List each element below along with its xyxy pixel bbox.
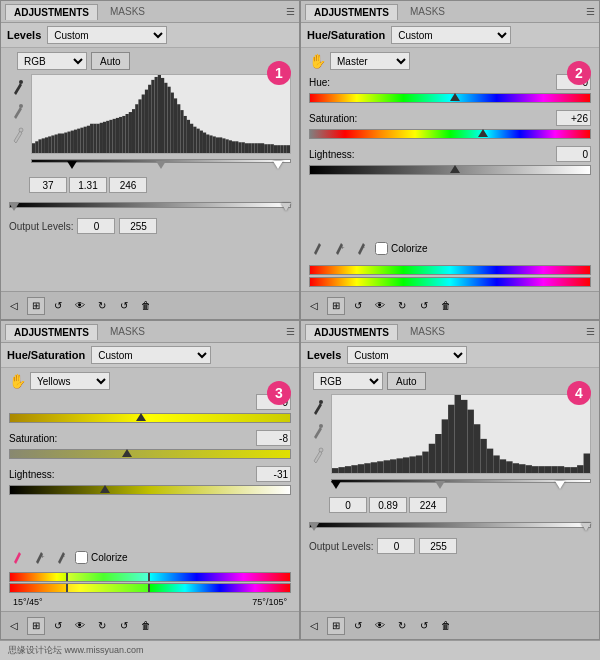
panel2-menu[interactable]: ☰	[586, 6, 595, 17]
panel4-tool-back[interactable]: ◁	[305, 617, 323, 635]
tab-adjustments-1[interactable]: ADJUSTMENTS	[5, 4, 98, 20]
panel3-hue-slider[interactable]	[9, 413, 291, 423]
eyedrop-black-icon[interactable]	[9, 78, 27, 96]
panel2-eyedrop3[interactable]: -	[353, 239, 371, 257]
panel1-tool-reset[interactable]: ↺	[49, 297, 67, 315]
panel4-input-mid[interactable]	[369, 497, 407, 513]
panel1-auto-btn[interactable]: Auto	[91, 52, 130, 70]
svg-text:-: -	[63, 553, 65, 559]
panel4-auto-btn[interactable]: Auto	[387, 372, 426, 390]
panel2-eyedrop2[interactable]: +	[331, 239, 349, 257]
svg-rect-28	[113, 119, 116, 153]
p4-eyedrop-white[interactable]	[309, 446, 327, 464]
svg-rect-77	[271, 144, 274, 153]
svg-rect-16	[74, 130, 77, 153]
panel1-tool-rotate2[interactable]: ↺	[115, 297, 133, 315]
panel3-light-slider[interactable]	[9, 485, 291, 495]
panel4-tool-reset[interactable]: ↺	[349, 617, 367, 635]
svg-rect-68	[242, 142, 245, 153]
tab-adjustments-2[interactable]: ADJUSTMENTS	[305, 4, 398, 20]
panel2-tool-back[interactable]: ◁	[305, 297, 323, 315]
panel1-output-max[interactable]	[119, 218, 157, 234]
panel2-channel-dropdown[interactable]: Master	[330, 52, 410, 70]
panel3-tool-view[interactable]: ⊞	[27, 617, 45, 635]
badge-1: 1	[267, 61, 291, 85]
panel2-tool-eye[interactable]: 👁	[371, 297, 389, 315]
svg-rect-129	[584, 454, 590, 474]
panel4-input-highlight[interactable]	[409, 497, 447, 513]
tab-masks-2[interactable]: MASKS	[402, 4, 453, 19]
panel3-eyedrop2[interactable]: +	[31, 548, 49, 566]
p4-eyedrop-gray[interactable]	[309, 422, 327, 440]
panel1-menu[interactable]: ☰	[286, 6, 295, 17]
panel3-tool-rotate2[interactable]: ↺	[115, 617, 133, 635]
tab-adjustments-4[interactable]: ADJUSTMENTS	[305, 324, 398, 340]
panel4-channel-dropdown[interactable]: RGB	[313, 372, 383, 390]
panel3-preset-dropdown[interactable]: Custom	[91, 346, 211, 364]
panel1-tool-view[interactable]: ⊞	[27, 297, 45, 315]
panel4-tool-view[interactable]: ⊞	[327, 617, 345, 635]
panel3-menu[interactable]: ☰	[286, 326, 295, 337]
panel3-channel-dropdown[interactable]: Yellows	[30, 372, 110, 390]
panel1-input-mid[interactable]	[69, 177, 107, 193]
panel2-spectrum	[309, 265, 591, 287]
panel1-input-shadow[interactable]	[29, 177, 67, 193]
svg-rect-48	[177, 104, 180, 153]
panel2-eyedrop1[interactable]	[309, 239, 327, 257]
tab-masks-4[interactable]: MASKS	[402, 324, 453, 339]
panel4-tool-rotate1[interactable]: ↻	[393, 617, 411, 635]
panel1-tool-rotate1[interactable]: ↻	[93, 297, 111, 315]
panel2-tool-rotate2[interactable]: ↺	[415, 297, 433, 315]
panel1-tool-back[interactable]: ◁	[5, 297, 23, 315]
panel4-tool-rotate2[interactable]: ↺	[415, 617, 433, 635]
svg-rect-94	[358, 464, 364, 473]
panel4-tool-trash[interactable]: 🗑	[437, 617, 455, 635]
panel3-tool-reset[interactable]: ↺	[49, 617, 67, 635]
panel4-output-max[interactable]	[419, 538, 457, 554]
panel2-colorize-checkbox[interactable]	[375, 242, 388, 255]
tab-masks-3[interactable]: MASKS	[102, 324, 153, 339]
panel3-tool-trash[interactable]: 🗑	[137, 617, 155, 635]
hand-tool-icon-3[interactable]: ✋	[9, 373, 26, 389]
hand-tool-icon[interactable]: ✋	[309, 53, 326, 69]
panel4-input-shadow[interactable]	[329, 497, 367, 513]
panel2-sat-slider[interactable]	[309, 129, 591, 139]
panel2-sat-input[interactable]	[556, 110, 591, 126]
panel2-light-input[interactable]	[556, 146, 591, 162]
panel4-menu[interactable]: ☰	[586, 326, 595, 337]
eyedrop-gray-icon[interactable]	[9, 102, 27, 120]
panel1-output-min[interactable]	[77, 218, 115, 234]
panel2-tool-trash[interactable]: 🗑	[437, 297, 455, 315]
panel1-preset-dropdown[interactable]: Custom	[47, 26, 167, 44]
panel4-tool-eye[interactable]: 👁	[371, 617, 389, 635]
panel2-light-slider[interactable]	[309, 165, 591, 175]
panel3-tool-rotate1[interactable]: ↻	[93, 617, 111, 635]
panel3-sat-slider[interactable]	[9, 449, 291, 459]
panel3-eyedrop1[interactable]	[9, 548, 27, 566]
panel3-sat-input[interactable]	[256, 430, 291, 446]
panel1-tool-eye[interactable]: 👁	[71, 297, 89, 315]
panel4-output-min[interactable]	[377, 538, 415, 554]
panel4-preset-dropdown[interactable]: Custom	[347, 346, 467, 364]
eyedrop-white-icon[interactable]	[9, 126, 27, 144]
tab-masks-1[interactable]: MASKS	[102, 4, 153, 19]
panel3-eyedrop3[interactable]: -	[53, 548, 71, 566]
panel1-channel-row: RGB Auto	[9, 52, 291, 70]
p4-eyedrop-black[interactable]	[309, 398, 327, 416]
panel2-tool-rotate1[interactable]: ↻	[393, 297, 411, 315]
panel1-channel-dropdown[interactable]: RGB	[17, 52, 87, 70]
panel2-tool-view[interactable]: ⊞	[327, 297, 345, 315]
svg-rect-74	[261, 143, 264, 153]
panel2-hue-slider[interactable]	[309, 93, 591, 103]
panel3-light-input[interactable]	[256, 466, 291, 482]
panel3-colorize-checkbox[interactable]	[75, 551, 88, 564]
svg-rect-107	[442, 419, 448, 473]
svg-rect-27	[109, 120, 112, 153]
panel1-input-highlight[interactable]	[109, 177, 147, 193]
panel3-tool-back[interactable]: ◁	[5, 617, 23, 635]
tab-adjustments-3[interactable]: ADJUSTMENTS	[5, 324, 98, 340]
panel2-tool-reset[interactable]: ↺	[349, 297, 367, 315]
panel1-tool-trash[interactable]: 🗑	[137, 297, 155, 315]
panel3-tool-eye[interactable]: 👁	[71, 617, 89, 635]
panel2-preset-dropdown[interactable]: Custom	[391, 26, 511, 44]
